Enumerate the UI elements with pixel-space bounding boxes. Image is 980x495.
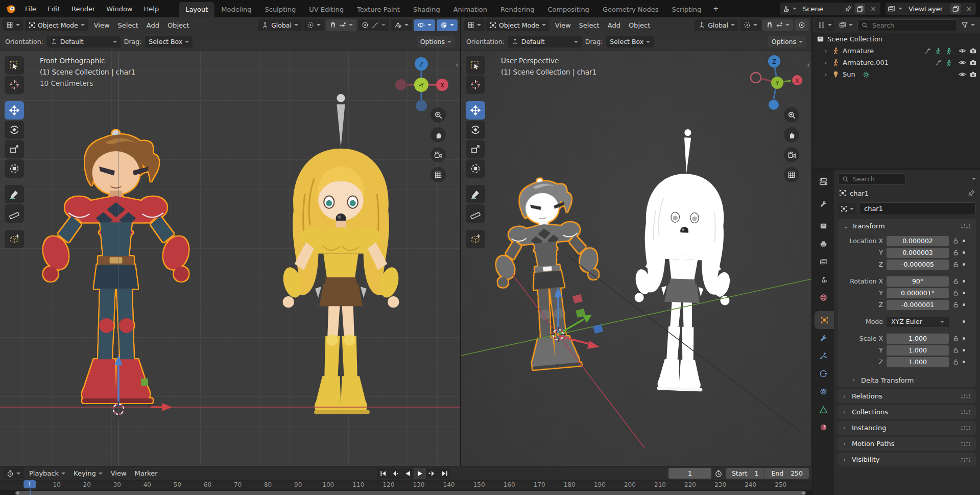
timeline-menu-item[interactable]: View (107, 468, 131, 479)
pivot-point-dropdown[interactable] (740, 19, 761, 31)
transform-tool[interactable] (466, 159, 485, 178)
zoom-button[interactable] (431, 107, 446, 123)
properties-panel-header[interactable]: › Visibility (838, 453, 976, 466)
property-value-field[interactable]: XYZ Euler (887, 317, 949, 327)
measure-tool[interactable] (5, 204, 24, 223)
menu-item[interactable]: Help (138, 3, 165, 15)
viewport-menu-item[interactable]: Add (604, 20, 625, 31)
menu-item[interactable]: Window (101, 3, 138, 15)
animate-dot[interactable] (963, 251, 965, 254)
object-name-field[interactable]: char1 (859, 202, 976, 215)
outliner-search[interactable] (857, 19, 957, 31)
show-gizmo-dropdown[interactable] (391, 19, 412, 31)
property-value-field[interactable]: 0.000002 (887, 236, 949, 246)
previous-keyframe-button[interactable] (389, 468, 401, 479)
timeline-menu-item[interactable]: Playback (25, 468, 69, 479)
object-selector-button[interactable] (838, 203, 856, 215)
end-frame-field[interactable]: End250 (764, 468, 809, 479)
ortho-toggle-button[interactable] (431, 167, 446, 182)
animate-dot[interactable] (963, 280, 965, 282)
pin-icon[interactable] (845, 5, 852, 12)
timeline-menu-item[interactable]: Keying (69, 468, 107, 479)
lock-icon[interactable] (952, 335, 959, 342)
animate-dot[interactable] (963, 240, 965, 242)
property-value-field[interactable]: 90° (887, 276, 949, 287)
navigation-gizmo[interactable]: Z X -Y (392, 53, 449, 114)
lock-icon[interactable] (952, 290, 959, 296)
viewport-menu-item[interactable]: Object (625, 20, 654, 31)
property-value-field[interactable]: 0.000001° (887, 288, 949, 298)
hide-toggle-eye-icon[interactable] (959, 47, 966, 55)
jump-to-end-button[interactable] (438, 468, 450, 479)
animate-dot[interactable] (963, 303, 965, 306)
menu-item[interactable]: Edit (42, 3, 66, 15)
transform-orientation-dropdown[interactable]: Global (695, 19, 738, 31)
drag-handle-icon[interactable] (961, 441, 971, 446)
viewport-menu-item[interactable]: Object (163, 20, 193, 31)
annotate-tool[interactable] (466, 185, 485, 203)
select-box-tool[interactable] (5, 56, 24, 75)
viewport-left-canvas[interactable]: Front Orthographic (1) Scene Collection … (0, 50, 460, 466)
timeline-menu-item[interactable]: Marker (131, 468, 162, 479)
camera-view-button[interactable] (431, 147, 446, 162)
tab-world[interactable] (812, 289, 834, 307)
new-viewlayer-button[interactable] (950, 4, 961, 14)
scene-name[interactable]: Scene (800, 5, 842, 13)
properties-panel-header[interactable]: › Relations (838, 389, 976, 403)
workspace-tab[interactable]: Geometry Nodes (596, 2, 665, 17)
drag-handle-icon[interactable] (961, 457, 971, 462)
display-mode-dropdown[interactable] (836, 19, 855, 31)
outliner-row-sun[interactable]: › Sun (812, 68, 980, 80)
play-reverse-button[interactable] (401, 468, 414, 479)
workspace-tab[interactable]: Scripting (665, 2, 708, 17)
camera-view-button[interactable] (784, 147, 799, 162)
render-toggle-camera-icon[interactable] (969, 59, 977, 66)
tab-scene[interactable] (812, 271, 834, 289)
workspace-tab[interactable]: Modeling (214, 2, 258, 17)
editor-type-button[interactable] (464, 19, 485, 31)
options-button[interactable]: Options (417, 36, 455, 48)
lock-icon[interactable] (952, 278, 959, 285)
playhead[interactable]: 1 (23, 480, 36, 488)
menu-item[interactable]: File (19, 3, 42, 15)
properties-panel-header[interactable]: › Collections (838, 405, 976, 419)
expand-icon[interactable]: › (823, 59, 829, 66)
properties-search-input[interactable] (852, 175, 902, 183)
scrollbar-left-handle[interactable] (16, 491, 19, 494)
editor-type-button[interactable] (3, 19, 23, 31)
breadcrumb-object-name[interactable]: char1 (850, 190, 869, 197)
next-keyframe-button[interactable] (426, 468, 438, 479)
animate-dot[interactable] (963, 337, 965, 340)
drag-handle-icon[interactable] (961, 410, 971, 414)
editor-type-button[interactable] (3, 467, 24, 479)
property-value-field[interactable]: -0.000001 (887, 300, 949, 310)
object-name[interactable]: Sun (843, 70, 855, 78)
snap-group[interactable] (762, 19, 793, 31)
tab-modifiers[interactable] (812, 329, 834, 347)
pan-button[interactable] (784, 127, 799, 143)
transform-orientation-dropdown[interactable]: Global (258, 19, 302, 31)
options-button[interactable]: Options (768, 36, 806, 48)
render-toggle-camera-icon[interactable] (969, 70, 977, 78)
animate-dot[interactable] (963, 320, 965, 323)
lock-icon[interactable] (952, 347, 959, 353)
viewlayer-selector[interactable]: ViewLayer × (886, 3, 976, 15)
drag-handle-icon[interactable] (961, 426, 971, 430)
outliner-row-armature-001[interactable]: › Armature.001 (812, 57, 980, 68)
outliner-search-input[interactable] (871, 21, 953, 30)
properties-options-chevron[interactable] (972, 178, 976, 180)
outliner-row-armature[interactable]: › Armature (812, 45, 980, 57)
workspace-tab[interactable]: Texture Paint (350, 2, 407, 17)
property-value-field[interactable]: -0.000005 (887, 260, 949, 270)
pin-icon[interactable] (968, 190, 975, 197)
tab-object-data[interactable] (812, 400, 834, 418)
workspace-tab[interactable]: Sculpting (258, 2, 302, 17)
viewport-menu-item[interactable]: View (90, 20, 114, 31)
start-frame-field[interactable]: Start1 (726, 468, 765, 479)
hide-toggle-eye-icon[interactable] (959, 70, 966, 78)
editor-type-button[interactable] (812, 173, 834, 191)
current-frame-field[interactable]: 1 (668, 468, 711, 479)
workspace-tab[interactable]: Shading (407, 2, 447, 17)
add-cube-tool[interactable] (5, 230, 24, 248)
tab-particles[interactable] (812, 347, 834, 365)
